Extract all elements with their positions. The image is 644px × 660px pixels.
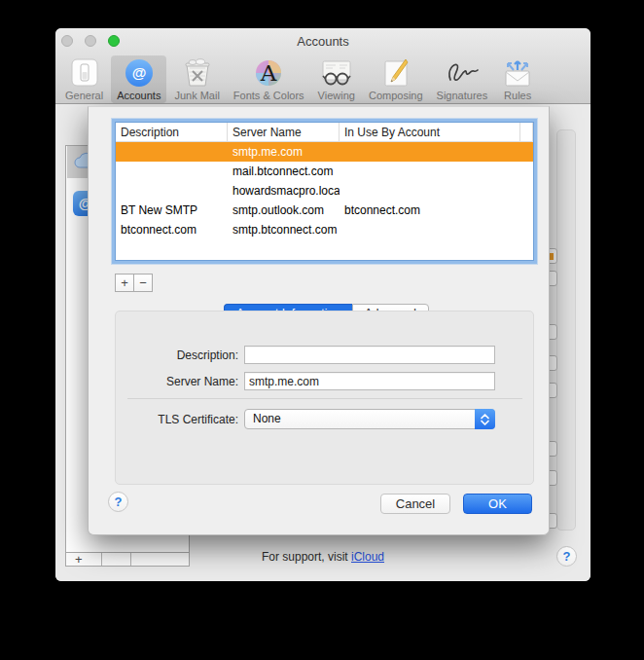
- remove-server-button[interactable]: −: [133, 274, 153, 292]
- toolbar-item-fonts-colors[interactable]: A Fonts & Colors: [228, 55, 310, 103]
- background-groupbox-edge: [556, 129, 576, 531]
- icloud-link[interactable]: iCloud: [351, 550, 384, 564]
- toolbar-item-accounts[interactable]: @ Accounts: [111, 55, 166, 103]
- table-header: Description Server Name In Use By Accoun…: [116, 123, 533, 142]
- toolbar-label: Fonts & Colors: [233, 90, 304, 101]
- traffic-lights: [61, 35, 120, 47]
- fonts-icon: A: [253, 57, 284, 89]
- preferences-window: Accounts General: [55, 28, 590, 581]
- close-button[interactable]: [61, 35, 73, 47]
- viewing-icon: [320, 57, 353, 89]
- composing-icon: [380, 57, 411, 89]
- toolbar-label: Composing: [369, 90, 423, 101]
- support-text: For support, visit iCloud: [55, 550, 590, 564]
- form-divider: [127, 398, 522, 399]
- toolbar-label: Accounts: [117, 90, 161, 101]
- column-header-spacer: [520, 123, 533, 141]
- sheet-help-button[interactable]: ?: [108, 492, 128, 512]
- cell-description: [116, 142, 228, 162]
- tls-certificate-label: TLS Certificate:: [127, 413, 244, 426]
- table-row[interactable]: BT New SMTP smtp.outlook.com btconnect.c…: [116, 201, 533, 220]
- minimize-button[interactable]: [85, 35, 96, 47]
- cell-account: [340, 181, 520, 201]
- table-row[interactable]: howardsmacpro.local: [116, 181, 533, 201]
- tls-certificate-row: TLS Certificate: None: [127, 409, 495, 429]
- window-help-button[interactable]: ?: [556, 546, 577, 567]
- cell-description: btconnect.com: [116, 220, 228, 239]
- rules-icon: [501, 57, 534, 89]
- description-field[interactable]: [244, 346, 495, 364]
- toolbar-label: Junk Mail: [174, 90, 219, 101]
- field-mark: [550, 253, 554, 260]
- support-text-prefix: For support, visit: [262, 550, 351, 564]
- title-bar[interactable]: Accounts: [55, 28, 590, 55]
- cell-account: [340, 220, 520, 239]
- toolbar-label: Signatures: [437, 90, 488, 101]
- cell-server: smtp.btconnect.com: [228, 220, 340, 239]
- ok-button[interactable]: OK: [463, 494, 532, 514]
- table-row[interactable]: smtp.me.com: [116, 142, 533, 162]
- toolbar-label: General: [65, 90, 103, 101]
- toolbar-item-viewing[interactable]: Viewing: [312, 55, 361, 103]
- toolbar-item-general[interactable]: General: [59, 55, 109, 103]
- window-title: Accounts: [55, 28, 590, 55]
- tls-certificate-popup[interactable]: None: [244, 409, 495, 429]
- description-label: Description:: [127, 348, 244, 362]
- cell-description: [116, 181, 228, 201]
- cell-account: [340, 142, 520, 162]
- cancel-button[interactable]: Cancel: [380, 494, 450, 514]
- tls-certificate-value: None: [253, 412, 281, 425]
- description-row: Description:: [127, 346, 495, 364]
- toolbar-label: Rules: [504, 90, 531, 101]
- server-name-field[interactable]: [244, 372, 495, 390]
- server-name-label: Server Name:: [127, 375, 244, 388]
- cell-account: [340, 162, 520, 181]
- chevron-up-down-icon: [475, 409, 495, 429]
- list-edit-buttons: + −: [115, 274, 153, 292]
- column-header-in-use[interactable]: In Use By Account: [340, 123, 520, 141]
- cell-description: [116, 162, 228, 181]
- server-name-row: Server Name:: [127, 372, 495, 390]
- smtp-server-table[interactable]: Description Server Name In Use By Accoun…: [115, 122, 534, 261]
- column-header-server-name[interactable]: Server Name: [228, 123, 340, 141]
- svg-text:A: A: [260, 60, 277, 86]
- cell-account: btconnect.com: [340, 201, 520, 220]
- cell-server: smtp.outlook.com: [228, 201, 340, 220]
- toolbar-item-rules[interactable]: Rules: [495, 55, 540, 103]
- accounts-pane-background: @ + For support, visit iCloud ? Descript…: [55, 105, 590, 581]
- toolbar-item-composing[interactable]: Composing: [363, 55, 429, 103]
- add-server-button[interactable]: +: [115, 274, 134, 292]
- window-chrome: Accounts General: [55, 28, 590, 104]
- cell-server: smtp.me.com: [228, 142, 340, 162]
- smtp-server-sheet: Description Server Name In Use By Accoun…: [88, 106, 550, 535]
- table-row[interactable]: mail.btconnect.com: [116, 162, 533, 181]
- table-row[interactable]: btconnect.com smtp.btconnect.com: [116, 220, 533, 239]
- junk-icon: [181, 57, 214, 89]
- switch-icon: [69, 57, 100, 89]
- toolbar-item-signatures[interactable]: Signatures: [431, 55, 494, 103]
- preferences-toolbar: General @ Accounts: [58, 55, 541, 103]
- cell-description: BT New SMTP: [116, 201, 228, 220]
- toolbar-item-junk-mail[interactable]: Junk Mail: [168, 55, 225, 103]
- signatures-icon: [445, 57, 480, 89]
- at-icon: @: [124, 57, 155, 89]
- cell-server: howardsmacpro.local: [228, 181, 340, 201]
- svg-text:@: @: [131, 64, 146, 81]
- zoom-button[interactable]: [108, 35, 120, 47]
- cell-server: mail.btconnect.com: [228, 162, 340, 181]
- toolbar-label: Viewing: [318, 90, 355, 101]
- column-header-description[interactable]: Description: [116, 123, 228, 141]
